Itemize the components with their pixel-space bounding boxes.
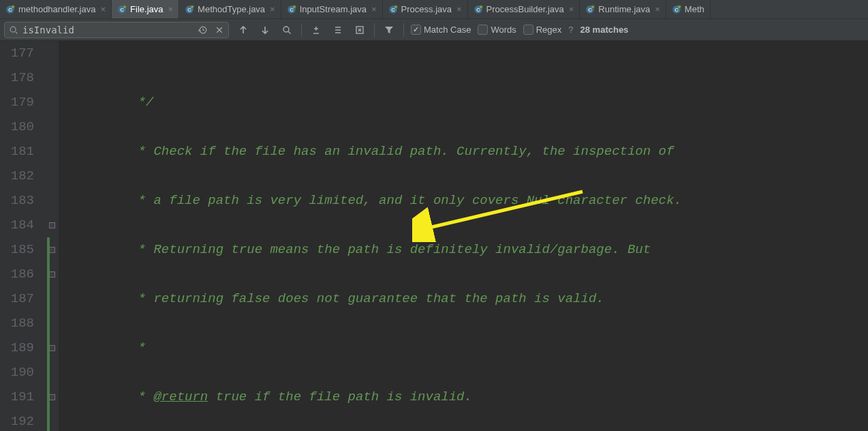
- editor-tab[interactable]: CProcessBuilder.java×: [468, 0, 580, 18]
- clear-search-icon[interactable]: [213, 24, 226, 36]
- close-tab-icon[interactable]: ×: [168, 4, 174, 14]
- editor-tabs: Cmethodhandler.java×CFile.java×CMethodTy…: [0, 0, 868, 19]
- tab-label: Process.java: [401, 4, 452, 14]
- close-tab-icon[interactable]: ×: [270, 4, 275, 14]
- tab-label: MethodType.java: [198, 4, 265, 14]
- java-class-icon: C: [287, 5, 296, 14]
- java-class-icon: C: [474, 5, 483, 14]
- search-input[interactable]: [22, 25, 193, 35]
- fold-toggle-icon[interactable]: [49, 247, 55, 253]
- comment-text: * a file path is very limited, and it on…: [68, 193, 682, 208]
- line-number: 190: [0, 360, 34, 385]
- tab-label: InputStream.java: [300, 4, 367, 14]
- svg-line-25: [16, 31, 18, 33]
- find-all-icon[interactable]: [279, 23, 294, 38]
- match-case-label: Match Case: [424, 25, 471, 35]
- line-number: 191: [0, 385, 34, 409]
- change-marker: [47, 237, 50, 431]
- editor-tab[interactable]: Cmethodhandler.java×: [0, 0, 112, 18]
- tab-label: Runtime.java: [598, 4, 650, 14]
- close-tab-icon[interactable]: ×: [371, 4, 377, 14]
- fold-toggle-icon[interactable]: [49, 345, 55, 351]
- fold-toggle-icon[interactable]: [49, 394, 55, 400]
- java-class-icon: C: [585, 5, 595, 14]
- svg-line-30: [288, 31, 291, 34]
- code-area[interactable]: */ * Check if the file has an invalid pa…: [59, 41, 868, 431]
- svg-point-29: [283, 27, 289, 32]
- search-icon: [9, 25, 18, 35]
- code-line[interactable]: * Returning true means the path is defin…: [68, 237, 868, 262]
- close-tab-icon[interactable]: ×: [569, 4, 574, 14]
- line-number: 184: [0, 213, 34, 237]
- tab-label: Meth: [685, 4, 704, 14]
- code-line[interactable]: *: [68, 336, 868, 360]
- code-line[interactable]: */: [68, 90, 868, 115]
- tab-label: File.java: [130, 4, 163, 14]
- code-line[interactable]: * Check if the file has an invalid path.…: [68, 139, 868, 164]
- line-number: 179: [0, 90, 34, 115]
- remove-occurrence-icon[interactable]: [352, 23, 367, 38]
- next-match-icon[interactable]: [258, 23, 273, 38]
- separator: [301, 23, 302, 37]
- comment-text: */: [68, 95, 153, 110]
- line-number: 180: [0, 115, 34, 139]
- editor-tab[interactable]: CInputStream.java×: [281, 0, 383, 18]
- editor-tab[interactable]: CProcess.java×: [383, 0, 468, 18]
- java-class-icon: C: [388, 5, 398, 14]
- comment-text: * returning false does not guarantee tha…: [68, 291, 604, 306]
- editor-tab[interactable]: CMethodType.java×: [179, 0, 281, 18]
- separator: [374, 23, 375, 37]
- fold-gutter[interactable]: [46, 41, 59, 431]
- checkbox-icon[interactable]: [478, 25, 488, 35]
- line-number-gutter: 1771781791801811821831841851861871881891…: [0, 41, 46, 431]
- add-selection-icon[interactable]: [309, 23, 324, 38]
- line-number: 187: [0, 286, 34, 311]
- words-label: Words: [491, 25, 516, 35]
- java-class-icon: C: [117, 5, 127, 14]
- filter-icon[interactable]: [382, 23, 397, 38]
- code-line[interactable]: * @return true if the file path is inval…: [68, 385, 868, 409]
- code-line[interactable]: * returning false does not guarantee tha…: [68, 286, 868, 311]
- java-class-icon: C: [185, 5, 194, 14]
- regex-help-icon[interactable]: ?: [568, 25, 573, 35]
- java-class-icon: C: [5, 5, 15, 14]
- checkbox-icon[interactable]: [523, 25, 533, 35]
- match-count: 28 matches: [580, 25, 629, 35]
- line-number: 185: [0, 237, 34, 262]
- comment-text: * Check if the file has an invalid path.…: [68, 144, 674, 159]
- fold-toggle-icon[interactable]: [49, 271, 55, 278]
- line-number: 181: [0, 139, 34, 164]
- words-option[interactable]: Words: [478, 25, 516, 35]
- comment-text: * Returning true means the path is defin…: [68, 242, 651, 257]
- line-number: 183: [0, 188, 34, 213]
- editor-tab[interactable]: CFile.java×: [112, 0, 179, 18]
- close-tab-icon[interactable]: ×: [655, 4, 660, 14]
- find-toolbar: Match Case Words Regex ? 28 matches: [0, 19, 868, 41]
- tab-label: ProcessBuilder.java: [486, 4, 564, 14]
- separator: [403, 23, 404, 37]
- previous-match-icon[interactable]: [236, 23, 251, 38]
- select-all-occurrences-icon[interactable]: [330, 23, 345, 38]
- search-history-icon[interactable]: [197, 24, 209, 36]
- line-number: 188: [0, 311, 34, 336]
- close-tab-icon[interactable]: ×: [100, 4, 106, 14]
- code-editor[interactable]: 1771781791801811821831841851861871881891…: [0, 41, 868, 431]
- editor-tab[interactable]: CMeth: [666, 0, 711, 18]
- fold-toggle-icon[interactable]: [49, 222, 55, 228]
- match-case-option[interactable]: Match Case: [411, 25, 471, 35]
- find-input-container[interactable]: [4, 22, 229, 38]
- javadoc-tag: @return: [153, 389, 208, 404]
- line-number: 192: [0, 409, 34, 431]
- line-number: 178: [0, 65, 34, 90]
- regex-label: Regex: [536, 25, 562, 35]
- editor-tab[interactable]: CRuntime.java×: [580, 0, 666, 18]
- code-line[interactable]: * a file path is very limited, and it on…: [68, 188, 868, 213]
- checkbox-checked-icon[interactable]: [411, 25, 421, 35]
- comment-text: *: [68, 340, 146, 355]
- regex-option[interactable]: Regex: [523, 25, 562, 35]
- line-number: 186: [0, 262, 34, 286]
- close-tab-icon[interactable]: ×: [456, 4, 462, 14]
- line-number: 189: [0, 336, 34, 360]
- tab-label: methodhandler.java: [18, 4, 95, 14]
- line-number: 177: [0, 41, 34, 65]
